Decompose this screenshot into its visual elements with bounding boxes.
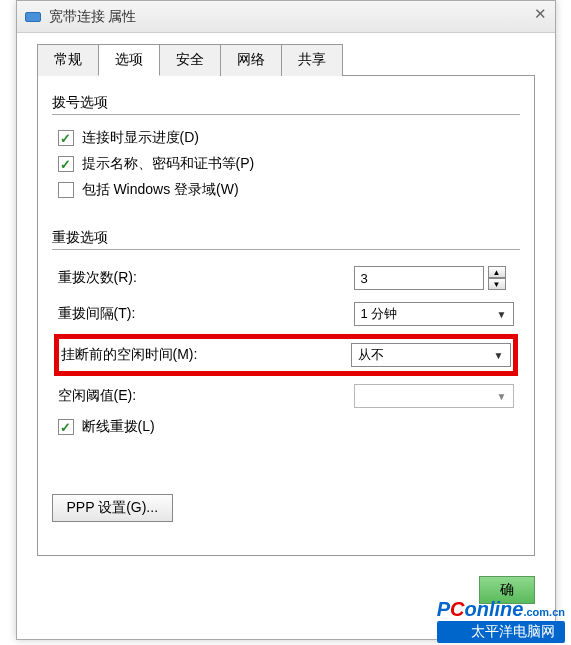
- label-windows-domain: 包括 Windows 登录域(W): [82, 181, 239, 199]
- redial-options-title: 重拨选项: [52, 229, 520, 247]
- value-idle-before-hangup: 从不: [358, 346, 384, 364]
- dialog-footer: 确: [17, 566, 555, 614]
- redial-options-box: 重拨次数(R): ▲ ▼ 重拨间隔(T): 1 分钟: [52, 249, 520, 446]
- label-redial-on-drop: 断线重拨(L): [82, 418, 155, 436]
- checkbox-windows-domain[interactable]: [58, 182, 74, 198]
- row-redial-attempts: 重拨次数(R): ▲ ▼: [58, 260, 514, 296]
- row-redial-interval: 重拨间隔(T): 1 分钟: [58, 296, 514, 332]
- tab-strip: 常规 选项 安全 网络 共享: [37, 43, 535, 76]
- row-redial-on-drop: 断线重拨(L): [58, 414, 514, 440]
- row-idle-before-hangup: 挂断前的空闲时间(M): 从不: [54, 334, 518, 376]
- ok-button[interactable]: 确: [479, 576, 535, 604]
- label-prompt-name: 提示名称、密码和证书等(P): [82, 155, 255, 173]
- tab-general[interactable]: 常规: [37, 44, 99, 76]
- input-redial-attempts[interactable]: [354, 266, 484, 290]
- titlebar: 宽带连接 属性 ✕: [17, 1, 555, 33]
- tab-network[interactable]: 网络: [220, 44, 282, 76]
- close-icon[interactable]: ✕: [534, 5, 547, 23]
- row-show-progress: 连接时显示进度(D): [58, 125, 514, 151]
- connection-icon: [25, 12, 41, 22]
- label-redial-interval: 重拨间隔(T):: [58, 305, 354, 323]
- spin-down-icon[interactable]: ▼: [488, 278, 506, 290]
- row-idle-threshold: 空闲阈值(E):: [58, 378, 514, 414]
- tab-sharing[interactable]: 共享: [281, 44, 343, 76]
- dial-options-group: 拨号选项 连接时显示进度(D) 提示名称、密码和证书等(P) 包括 Window…: [52, 94, 520, 209]
- content-area: 常规 选项 安全 网络 共享 拨号选项 连接时显示进度(D) 提示名称、密码和证…: [17, 33, 555, 566]
- dropdown-idle-threshold[interactable]: [354, 384, 514, 408]
- checkbox-prompt-name[interactable]: [58, 156, 74, 172]
- dial-options-box: 连接时显示进度(D) 提示名称、密码和证书等(P) 包括 Windows 登录域…: [52, 114, 520, 209]
- checkbox-redial-on-drop[interactable]: [58, 419, 74, 435]
- tab-panel-options: 拨号选项 连接时显示进度(D) 提示名称、密码和证书等(P) 包括 Window…: [37, 76, 535, 556]
- spinner-buttons: ▲ ▼: [488, 266, 506, 290]
- window-title: 宽带连接 属性: [49, 8, 137, 26]
- checkbox-show-progress[interactable]: [58, 130, 74, 146]
- spin-up-icon[interactable]: ▲: [488, 266, 506, 278]
- label-redial-attempts: 重拨次数(R):: [58, 269, 354, 287]
- value-redial-interval: 1 分钟: [361, 305, 398, 323]
- ppp-settings-button[interactable]: PPP 设置(G)...: [52, 494, 174, 522]
- dialog-window: 宽带连接 属性 ✕ 常规 选项 安全 网络 共享 拨号选项 连接时显示进度(D): [16, 0, 556, 640]
- redial-options-group: 重拨选项 重拨次数(R): ▲ ▼ 重拨间隔(T):: [52, 229, 520, 446]
- label-show-progress: 连接时显示进度(D): [82, 129, 199, 147]
- label-idle-threshold: 空闲阈值(E):: [58, 387, 354, 405]
- dropdown-redial-interval[interactable]: 1 分钟: [354, 302, 514, 326]
- row-windows-domain: 包括 Windows 登录域(W): [58, 177, 514, 203]
- tab-security[interactable]: 安全: [159, 44, 221, 76]
- label-idle-before-hangup: 挂断前的空闲时间(M):: [61, 346, 351, 364]
- spinner-redial-attempts: ▲ ▼: [354, 266, 514, 290]
- row-prompt-name: 提示名称、密码和证书等(P): [58, 151, 514, 177]
- tab-options[interactable]: 选项: [98, 44, 160, 76]
- dial-options-title: 拨号选项: [52, 94, 520, 112]
- dropdown-idle-before-hangup[interactable]: 从不: [351, 343, 511, 367]
